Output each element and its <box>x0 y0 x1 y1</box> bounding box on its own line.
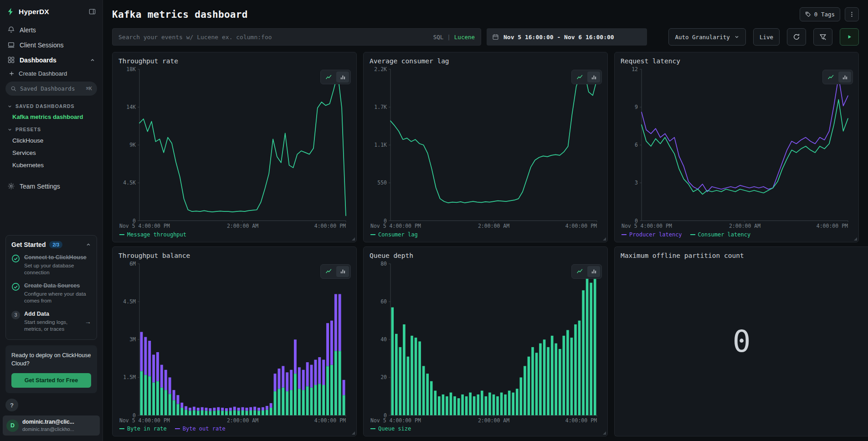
hyperdx-logo-icon <box>6 7 15 16</box>
chevron-up-icon[interactable] <box>86 242 91 247</box>
line-chart-icon[interactable] <box>322 266 335 277</box>
svg-text:1.5M: 1.5M <box>123 374 136 380</box>
sidebar-item-kafka-dashboard[interactable]: Kafka metrics dashboard <box>0 111 103 123</box>
svg-text:60: 60 <box>380 298 387 305</box>
bar-chart-icon[interactable] <box>336 72 349 82</box>
sidebar-spacer <box>0 194 103 231</box>
line-chart-icon[interactable] <box>824 72 837 82</box>
step-title: Connect to ClickHouse <box>24 254 91 262</box>
live-label: Live <box>760 34 773 41</box>
lucene-toggle[interactable]: Lucene <box>454 34 475 41</box>
line-chart-icon[interactable] <box>573 266 586 277</box>
line-chart-icon[interactable] <box>322 72 335 82</box>
monitor-icon <box>7 41 15 49</box>
tags-label: 0 Tags <box>814 11 835 18</box>
section-label: SAVED DASHBOARDS <box>15 103 75 109</box>
sidebar-collapse-icon[interactable] <box>88 8 96 15</box>
svg-text:40: 40 <box>380 336 387 343</box>
chart-card-average-consumer-lag: Average consumer lag 05501.1K1.7K2.2KNov… <box>363 52 608 242</box>
legend-swatch <box>119 234 124 235</box>
sidebar-item-services[interactable]: Services <box>0 147 103 159</box>
saved-dashboards-section-header[interactable]: SAVED DASHBOARDS <box>0 100 103 111</box>
svg-text:4:00:00 PM: 4:00:00 PM <box>565 223 597 229</box>
step-text: Create Data Sources Configure where your… <box>24 282 91 305</box>
sidebar-item-dashboards[interactable]: Dashboards <box>0 52 103 67</box>
sidebar-item-team-settings[interactable]: Team Settings <box>0 179 103 194</box>
get-started-step-sources[interactable]: Create Data Sources Configure where your… <box>11 282 91 305</box>
chevron-down-icon <box>7 104 12 109</box>
grid-icon <box>7 56 15 64</box>
live-button[interactable]: Live <box>753 28 780 46</box>
chart-title: Maximum offline partition count <box>621 252 863 259</box>
sidebar-item-alerts[interactable]: Alerts <box>0 22 103 37</box>
sidebar-item-clickhouse[interactable]: ClickHouse <box>0 134 103 147</box>
bar-chart-icon[interactable] <box>587 72 600 82</box>
help-button[interactable]: ? <box>5 399 18 411</box>
create-dashboard-button[interactable]: Create Dashboard <box>0 67 103 81</box>
line-chart-icon[interactable] <box>573 72 586 82</box>
bar-chart-icon[interactable] <box>587 266 600 277</box>
svg-text:4.5K: 4.5K <box>123 179 136 186</box>
chart-plot: 020406080Nov 5 4:00:00 PM2:00:00 AM4:00:… <box>370 260 601 425</box>
get-started-progress-badge: 2/3 <box>49 241 62 248</box>
dashboard-menu-button[interactable] <box>845 7 859 21</box>
resize-handle[interactable] <box>352 431 355 435</box>
step-desc: Set up your database connection <box>24 262 91 277</box>
svg-text:4:00:00 PM: 4:00:00 PM <box>314 223 346 229</box>
legend-label: Producer latency <box>629 231 682 238</box>
toggle-separator: | <box>447 34 451 41</box>
bar-chart-icon[interactable] <box>336 266 349 277</box>
chevron-up-icon[interactable] <box>90 57 95 63</box>
event-search-input[interactable] <box>118 34 429 41</box>
user-email: dominic.tran@clickho... <box>22 426 74 432</box>
search-icon <box>10 86 17 92</box>
filter-icon <box>819 33 827 41</box>
step-title: Add Data <box>24 310 81 318</box>
granularity-dropdown[interactable]: Auto Granularity <box>668 28 745 46</box>
get-started-step-connect[interactable]: Connect to ClickHouse Set up your databa… <box>11 254 91 277</box>
chevron-down-icon <box>7 127 12 132</box>
saved-dashboards-search-placeholder: Saved Dashboards <box>20 85 83 92</box>
run-query-button[interactable] <box>840 28 859 46</box>
get-started-step-add-data[interactable]: 3 Add Data Start sending logs, metrics, … <box>11 310 91 333</box>
resize-handle[interactable] <box>603 431 606 435</box>
filter-button[interactable] <box>813 28 832 46</box>
check-circle-icon <box>11 254 20 263</box>
create-dashboard-label: Create Dashboard <box>19 70 67 77</box>
resize-handle[interactable] <box>603 237 606 241</box>
presets-section-header[interactable]: PRESETS <box>0 123 103 134</box>
chart-card-queue-depth: Queue depth 020406080Nov 5 4:00:00 PM2:0… <box>363 246 608 437</box>
sql-toggle[interactable]: SQL <box>433 34 444 41</box>
tags-button[interactable]: 0 Tags <box>800 7 840 21</box>
calendar-icon <box>492 34 499 41</box>
chart-type-toolbar <box>571 70 602 84</box>
avatar: D <box>6 420 19 432</box>
legend-label: Byte out rate <box>183 426 226 432</box>
resize-handle[interactable] <box>854 237 857 241</box>
legend-label: Consumer latency <box>698 231 751 238</box>
svg-text:2:00:00 AM: 2:00:00 AM <box>478 417 509 423</box>
user-menu[interactable]: D dominic.tran@clic... dominic.tran@clic… <box>3 415 100 436</box>
logo-text: HyperDX <box>19 8 49 16</box>
bar-chart-icon[interactable] <box>838 72 851 82</box>
sidebar-item-client-sessions[interactable]: Client Sessions <box>0 37 103 52</box>
date-range-picker[interactable]: Nov 5 16:00:00 - Nov 6 16:00:00 <box>487 28 647 46</box>
chart-legend: Producer latencyConsumer latency <box>621 230 853 239</box>
resize-handle[interactable] <box>352 237 355 241</box>
saved-dashboards-search[interactable]: Saved Dashboards ⌘K <box>5 82 97 96</box>
user-text: dominic.tran@clic... dominic.tran@clickh… <box>22 419 74 432</box>
svg-text:Nov 5 4:00:00 PM: Nov 5 4:00:00 PM <box>119 223 170 229</box>
keyboard-shortcut-badge: ⌘K <box>86 86 92 92</box>
legend-item: Byte out rate <box>175 426 226 432</box>
deploy-card: Ready to deploy on ClickHouse Cloud? Get… <box>5 345 97 394</box>
chevron-down-icon <box>734 34 740 40</box>
get-started-free-button[interactable]: Get Started for Free <box>11 373 91 388</box>
refresh-button[interactable] <box>787 28 806 46</box>
logo-row: HyperDX <box>0 6 103 22</box>
svg-text:14K: 14K <box>126 104 136 110</box>
legend-swatch <box>175 428 180 429</box>
sidebar-item-kubernetes[interactable]: Kubernetes <box>0 159 103 171</box>
legend-swatch <box>119 428 124 429</box>
svg-text:6: 6 <box>635 142 638 148</box>
chart-title: Throughput balance <box>118 252 350 259</box>
